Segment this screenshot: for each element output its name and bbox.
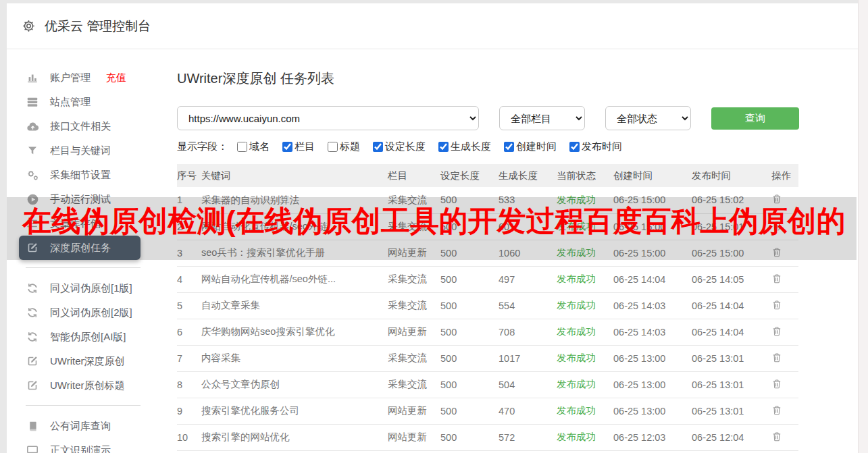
sidebar-item[interactable]: 采集细节设置 [19, 163, 141, 187]
status-select[interactable]: 全部状态 [605, 106, 691, 130]
sidebar-item[interactable]: 栏目与关键词 [19, 138, 141, 163]
field-checkbox[interactable] [282, 142, 292, 152]
field-option[interactable]: 创建时间 [504, 140, 557, 153]
query-button[interactable]: 查询 [711, 107, 799, 130]
sidebar-item[interactable]: 账户管理充值 [19, 65, 141, 90]
gears-icon [26, 169, 39, 182]
field-checkbox-label: 生成长度 [451, 140, 491, 153]
vertical-scrollbar[interactable] [858, 0, 868, 453]
main-content: UWriter深度原创 任务列表 https://www.ucaiyun.com… [170, 49, 858, 452]
site-select[interactable]: https://www.ucaiyun.com [177, 106, 479, 130]
sidebar-item[interactable]: UWriter原创标题 [19, 373, 141, 398]
sidebar-item[interactable]: 手动运行测试 [19, 187, 141, 211]
field-checkbox[interactable] [504, 142, 514, 152]
refresh-icon [26, 307, 39, 319]
sidebar-item[interactable]: 文章库存储 [19, 211, 141, 236]
cell-actions [771, 319, 798, 345]
field-option[interactable]: 域名 [237, 140, 270, 153]
trash-icon [771, 220, 782, 234]
cell-status: 发布成功 [557, 424, 613, 450]
delete-button[interactable] [771, 352, 782, 365]
cell-status: 发布成功 [557, 292, 613, 319]
cell-published: 06-25 14:05 [692, 266, 771, 292]
sidebar-item[interactable]: 智能伪原创[AI版] [19, 325, 141, 349]
cell-set_len: 500 [440, 345, 499, 371]
cell-set_len: 500 [440, 398, 499, 424]
delete-button[interactable] [771, 193, 782, 207]
field-option[interactable]: 设定长度 [373, 140, 426, 153]
cell-published: 06-25 13:01 [692, 371, 771, 398]
cell-keyword: 网站自动化宣传机器/seo外链... [201, 266, 388, 292]
cell-actions [771, 424, 798, 450]
cell-no: 7 [177, 345, 201, 371]
field-option[interactable]: 标题 [328, 140, 360, 153]
cell-keyword: 自动文章采集 [201, 292, 388, 319]
sidebar-item[interactable]: 深度原创任务 [19, 236, 141, 260]
field-checkbox[interactable] [438, 142, 449, 152]
cell-no: 4 [177, 266, 201, 292]
cell-column: 网站更新 [388, 398, 440, 424]
play-circle-icon [26, 193, 39, 206]
field-option[interactable]: 发布时间 [569, 140, 622, 153]
sidebar-nav: 账户管理充值站点管理接口文件相关栏目与关键词采集细节设置手动运行测试文章库存储深… [7, 49, 170, 452]
column-header: 关键词 [201, 164, 388, 187]
cell-status: 发布成功 [557, 371, 613, 398]
table-row: 8公众号文章伪原创采集交流500504发布成功06-25 13:0006-25 … [177, 371, 798, 398]
cell-keyword: 搜索引擎的网站优化 [201, 424, 388, 450]
cloud-upload-icon [26, 120, 39, 133]
sidebar-item-label: 采集细节设置 [50, 169, 111, 182]
table-header-row: 序号关键词栏目设定长度生成长度当前状态创建时间发布时间操作 [177, 164, 798, 187]
delete-button[interactable] [771, 431, 782, 444]
delete-button[interactable] [771, 273, 782, 286]
cell-published: 06-25 15:00 [692, 240, 771, 266]
trash-icon [771, 378, 782, 392]
cell-column: 采集交流 [388, 371, 440, 398]
field-checkbox[interactable] [569, 142, 580, 152]
delete-button[interactable] [771, 325, 782, 339]
field-option[interactable]: 栏目 [282, 140, 315, 153]
delete-button[interactable] [771, 246, 782, 260]
delete-button[interactable] [771, 378, 782, 392]
server-icon [26, 96, 39, 108]
cell-no: 5 [177, 292, 201, 319]
delete-button[interactable] [771, 299, 782, 313]
cell-created: 06-25 14:03 [613, 319, 692, 345]
delete-button[interactable] [771, 220, 782, 234]
delete-button[interactable] [771, 404, 782, 418]
cell-set_len: 500 [440, 187, 499, 213]
cell-created: 06-25 15:00 [613, 213, 692, 240]
field-checkbox[interactable] [328, 142, 338, 152]
column-header: 操作 [771, 164, 798, 187]
cell-actions [771, 292, 798, 319]
refresh-icon [26, 282, 39, 294]
cell-column: 采集交流 [388, 187, 440, 213]
column-header: 当前状态 [557, 164, 613, 187]
sidebar-item[interactable]: 正文识别演示 [19, 438, 141, 453]
column-select[interactable]: 全部栏目 [499, 106, 585, 130]
cell-published: 06-25 12:04 [692, 424, 771, 450]
cell-actions [771, 398, 798, 424]
sidebar-item-label: UWriter深度原创 [50, 355, 125, 368]
sidebar-item[interactable]: 同义词伪原创[1版] [19, 276, 141, 300]
sidebar-item[interactable]: 同义词伪原创[2版] [19, 300, 141, 325]
field-checkbox[interactable] [237, 142, 247, 152]
cell-keyword: 内容采集 [201, 345, 388, 371]
edit-icon [26, 379, 39, 392]
cell-keyword: 公众号文章伪原创 [201, 371, 388, 398]
sidebar-item[interactable]: 接口文件相关 [19, 114, 141, 138]
page-title: UWriter深度原创 任务列表 [177, 70, 858, 88]
column-header: 栏目 [388, 164, 440, 187]
recharge-badge[interactable]: 充值 [106, 72, 126, 84]
field-option[interactable]: 生成长度 [438, 140, 491, 153]
table-row: 5自动文章采集采集交流500554发布成功06-25 14:0306-25 14… [177, 292, 798, 319]
sidebar-item-label: 栏目与关键词 [50, 144, 111, 157]
cell-column: 网站更新 [388, 319, 440, 345]
cell-no: 8 [177, 371, 201, 398]
sidebar-item[interactable]: 站点管理 [19, 90, 141, 114]
field-checkbox[interactable] [373, 142, 383, 152]
cell-status: 发布成功 [557, 187, 613, 213]
sidebar-item[interactable]: 公有词库查询 [19, 414, 141, 438]
cell-no: 9 [177, 398, 201, 424]
cell-published: 06-25 14:04 [692, 292, 771, 319]
sidebar-item[interactable]: UWriter深度原创 [19, 349, 141, 373]
